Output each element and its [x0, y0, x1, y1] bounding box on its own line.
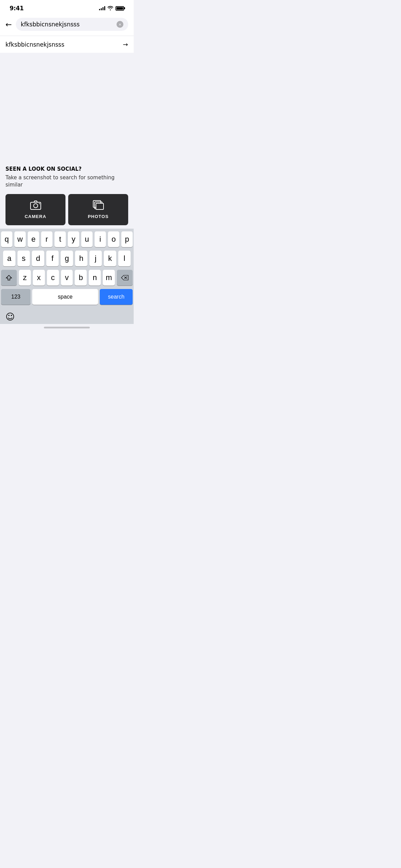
key-x[interactable]: x	[33, 270, 45, 286]
emoji-row: ☺	[0, 310, 134, 324]
key-q[interactable]: q	[1, 231, 12, 247]
key-row-bottom: 123 space search	[1, 289, 133, 305]
social-buttons: CAMERA PHOTOS	[5, 194, 128, 225]
suggestion-row[interactable]: kfksbbicnsnekjsnsss ↖	[0, 36, 134, 53]
search-pill[interactable]: kfksbbicnsnekjsnsss ×	[16, 18, 128, 31]
key-i[interactable]: i	[95, 231, 106, 247]
key-f[interactable]: f	[46, 251, 59, 266]
camera-button[interactable]: CAMERA	[5, 194, 65, 225]
social-section: SEEN A LOOK ON SOCIAL? Take a screenshot…	[0, 159, 134, 225]
key-row-2: a s d f g h j k l	[1, 251, 133, 266]
shift-key[interactable]	[1, 270, 17, 286]
key-n[interactable]: n	[89, 270, 101, 286]
key-v[interactable]: v	[61, 270, 73, 286]
key-j[interactable]: j	[89, 251, 102, 266]
search-input-value[interactable]: kfksbbicnsnekjsnsss	[21, 21, 114, 28]
photos-button[interactable]: PHOTOS	[68, 194, 128, 225]
key-row-3: z x c v b n m	[1, 270, 133, 286]
wifi-icon	[107, 6, 113, 11]
key-s[interactable]: s	[17, 251, 30, 266]
social-subtitle: Take a screenshot to search for somethin…	[5, 174, 128, 189]
key-t[interactable]: t	[54, 231, 66, 247]
back-button[interactable]: ←	[5, 20, 12, 29]
key-y[interactable]: y	[68, 231, 79, 247]
photos-icon	[93, 200, 104, 211]
key-p[interactable]: p	[121, 231, 133, 247]
key-c[interactable]: c	[47, 270, 59, 286]
status-time: 9:41	[10, 5, 24, 12]
key-z[interactable]: z	[19, 270, 31, 286]
clear-button[interactable]: ×	[117, 21, 123, 28]
social-title: SEEN A LOOK ON SOCIAL?	[5, 166, 128, 172]
arrow-icon: ↖	[121, 40, 130, 49]
delete-key[interactable]	[117, 270, 133, 286]
key-r[interactable]: r	[41, 231, 52, 247]
home-bar	[44, 327, 90, 328]
key-m[interactable]: m	[103, 270, 115, 286]
emoji-button[interactable]: ☺	[5, 312, 15, 322]
svg-point-1	[34, 204, 38, 208]
key-h[interactable]: h	[75, 251, 87, 266]
search-key[interactable]: search	[100, 289, 133, 305]
camera-icon	[30, 200, 41, 211]
key-k[interactable]: k	[104, 251, 116, 266]
photos-label: PHOTOS	[88, 214, 109, 219]
key-u[interactable]: u	[81, 231, 93, 247]
svg-point-2	[39, 203, 40, 204]
battery-icon	[116, 6, 124, 11]
key-l[interactable]: l	[118, 251, 131, 266]
suggestion-text: kfksbbicnsnekjsnsss	[5, 41, 64, 48]
home-indicator	[0, 324, 134, 330]
key-d[interactable]: d	[32, 251, 44, 266]
camera-label: CAMERA	[25, 214, 46, 219]
space-key[interactable]: space	[32, 289, 98, 305]
svg-rect-5	[96, 203, 104, 209]
empty-area	[0, 53, 134, 159]
status-icons	[99, 6, 124, 11]
key-w[interactable]: w	[14, 231, 26, 247]
signal-icon	[99, 6, 105, 10]
keyboard: q w e r t y u i o p a s d f g h j k l z …	[0, 229, 134, 310]
key-a[interactable]: a	[3, 251, 15, 266]
search-header: ← kfksbbicnsnekjsnsss ×	[0, 14, 134, 36]
key-o[interactable]: o	[108, 231, 119, 247]
status-bar: 9:41	[0, 0, 134, 14]
key-b[interactable]: b	[75, 270, 87, 286]
key-row-1: q w e r t y u i o p	[1, 231, 133, 247]
num-key[interactable]: 123	[1, 289, 31, 305]
key-g[interactable]: g	[61, 251, 73, 266]
key-e[interactable]: e	[28, 231, 39, 247]
